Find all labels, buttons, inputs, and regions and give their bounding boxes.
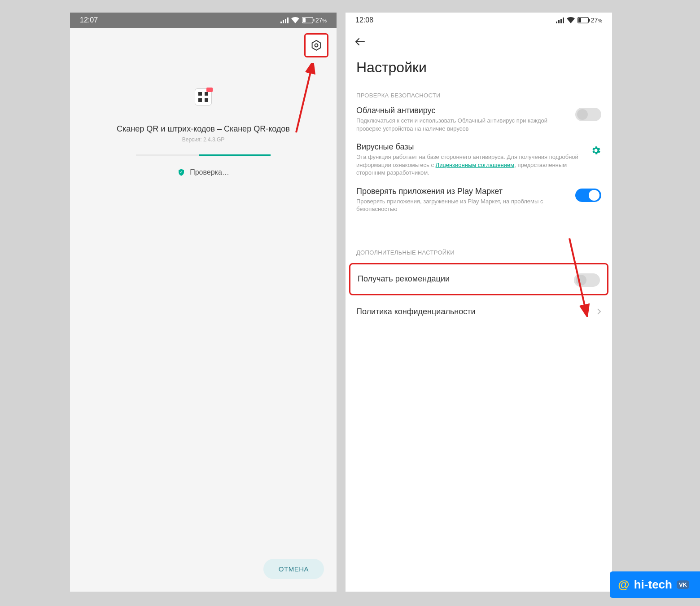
battery-indicator: 27% (578, 17, 602, 24)
at-symbol: @ (618, 578, 629, 592)
app-name: Сканер QR и штрих-кодов – Сканер QR-кодо… (117, 124, 290, 134)
phone-settings: 12:08 27% Настройки ПРОВЕРКА БЕЗОПАСНОСТ (346, 13, 612, 592)
wifi-icon (291, 17, 299, 23)
settings-button[interactable] (304, 33, 328, 57)
phone-scanner-check: 12:07 27% (70, 13, 337, 592)
status-bar: 12:08 27% (346, 13, 612, 28)
watermark: @ hi-tech VK (610, 571, 700, 598)
vk-badge: VK (677, 580, 689, 589)
setting-sub: Эта функция работает на базе стороннего … (356, 153, 584, 177)
setting-sub: Проверять приложения, загруженные из Pla… (356, 198, 569, 213)
status-time: 12:08 (355, 16, 373, 24)
setting-privacy-policy[interactable]: Политика конфиденциальности (346, 300, 612, 325)
svg-rect-3 (287, 18, 289, 23)
svg-rect-10 (558, 20, 560, 23)
svg-rect-5 (303, 18, 306, 22)
toggle-cloud-antivirus[interactable] (575, 108, 601, 121)
svg-point-7 (315, 44, 318, 47)
signal-icon (280, 18, 289, 23)
signal-icon (556, 18, 564, 23)
setting-title: Политика конфиденциальности (356, 307, 476, 316)
status-icons: 27% (556, 17, 602, 24)
svg-rect-14 (578, 18, 581, 22)
toggle-recommendations[interactable] (574, 273, 600, 287)
svg-rect-2 (285, 19, 286, 23)
checking-status: Проверка… (177, 168, 229, 177)
app-version: Версия: 2.4.3.GP (182, 136, 225, 143)
setting-virus-db[interactable]: Вирусные базы Эта функция работает на ба… (346, 142, 612, 187)
app-icon (195, 88, 212, 105)
svg-rect-11 (560, 19, 562, 23)
setting-recommendations[interactable]: Получать рекомендации (349, 263, 608, 295)
scan-progress (136, 154, 271, 156)
battery-indicator: 27% (302, 17, 327, 24)
svg-rect-9 (556, 22, 557, 23)
license-link[interactable]: Лицензионным соглашением (436, 162, 515, 168)
toggle-play-market[interactable] (575, 189, 601, 202)
wifi-icon (567, 17, 575, 23)
setting-cloud-antivirus[interactable]: Облачный антивирус Подключаться к сети и… (346, 106, 612, 142)
section-security: ПРОВЕРКА БЕЗОПАСНОСТИ (346, 88, 612, 106)
gear-hex-icon (311, 40, 322, 51)
back-button[interactable] (346, 28, 612, 51)
shield-icon (177, 168, 185, 177)
svg-rect-6 (313, 19, 314, 22)
setting-title: Получать рекомендации (358, 274, 450, 284)
setting-sub: Подключаться к сети и использовать Облач… (356, 117, 569, 132)
setting-title: Проверять приложения из Play Маркет (356, 187, 569, 196)
chevron-right-icon (597, 308, 601, 317)
section-additional: ДОПОЛНИТЕЛЬНЫЕ НАСТРОЙКИ (346, 246, 612, 263)
setting-play-market[interactable]: Проверять приложения из Play Маркет Пров… (346, 187, 612, 223)
status-icons: 27% (280, 17, 327, 24)
watermark-text: hi-tech (634, 578, 672, 592)
gear-icon[interactable] (591, 145, 601, 158)
page-title: Настройки (346, 51, 612, 88)
qr-code-icon (198, 92, 208, 102)
status-bar: 12:07 27% (70, 13, 337, 28)
svg-rect-0 (280, 22, 282, 23)
setting-title: Облачный антивирус (356, 106, 569, 115)
app-info-block: Сканер QR и штрих-кодов – Сканер QR-кодо… (70, 28, 337, 177)
svg-rect-15 (589, 19, 590, 22)
svg-rect-12 (563, 18, 564, 23)
cancel-button[interactable]: ОТМЕНА (263, 559, 324, 579)
status-time: 12:07 (80, 16, 98, 24)
arrow-left-icon (354, 38, 365, 46)
setting-title: Вирусные базы (356, 142, 584, 152)
svg-rect-1 (283, 20, 284, 23)
